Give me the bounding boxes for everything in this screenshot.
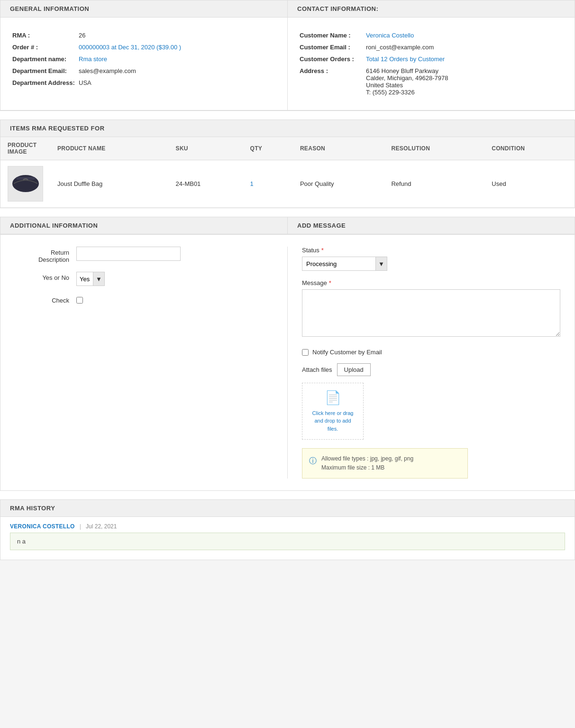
product-thumbnail — [8, 166, 43, 202]
col-reason: REASON — [293, 137, 384, 160]
attach-label: Attach files — [302, 366, 332, 373]
status-field-label: Status * — [302, 247, 560, 254]
customer-orders-value[interactable]: Total 12 Orders by Customer — [366, 55, 445, 63]
contact-info-panel: Customer Name : Veronica Costello Custom… — [287, 18, 575, 110]
customer-email-value: roni_cost@example.com — [366, 44, 434, 51]
message-field-label: Message * — [302, 279, 560, 286]
return-description-input[interactable] — [76, 247, 181, 261]
history-divider: | — [80, 523, 81, 530]
order-link[interactable]: 000000003 at Dec 31, 2020 ($39.00 ) — [79, 44, 181, 51]
file-info-box: ⓘ Allowed file types : jpg, jpeg, gif, p… — [302, 448, 468, 479]
dept-email-label: Department Email: — [12, 67, 79, 74]
add-message-header: ADD MESSAGE — [287, 217, 575, 234]
customer-name-label: Customer Name : — [300, 32, 366, 39]
history-username[interactable]: VERONICA COSTELLO — [10, 523, 75, 530]
product-name: Joust Duffle Bag — [50, 160, 169, 208]
order-value[interactable]: 000000003 at Dec 31, 2020 ($39.00 ) — [79, 44, 181, 51]
col-qty: QTY — [243, 137, 293, 160]
yes-or-no-label: Yes or No — [15, 272, 76, 281]
product-reason: Poor Quality — [293, 160, 384, 208]
col-image: PRODUCT IMAGE — [0, 137, 50, 160]
general-info-panel: RMA : 26 Order # : 000000003 at Dec 31, … — [0, 18, 287, 110]
message-textarea[interactable] — [302, 289, 560, 337]
order-label: Order # : — [12, 44, 79, 51]
add-message-panel: Status * Pending Processing Approved Rej… — [287, 247, 575, 479]
dept-name-label: Department name: — [12, 55, 79, 63]
yes-or-no-select[interactable]: Yes No — [77, 274, 93, 285]
yes-or-no-select-wrapper[interactable]: Yes No ▼ — [76, 272, 105, 286]
dept-address-value: USA — [79, 79, 91, 86]
return-desc-label: ReturnDescription — [15, 247, 76, 263]
table-row: Joust Duffle Bag 24-MB01 1 Poor Quality … — [0, 160, 575, 208]
product-qty[interactable]: 1 — [243, 160, 293, 208]
col-name: PRODUCT NAME — [50, 137, 169, 160]
contact-info-header: CONTACT INFORMATION: — [287, 0, 575, 18]
rma-value: 26 — [79, 32, 85, 39]
status-arrow[interactable]: ▼ — [375, 257, 387, 270]
check-label: Check — [15, 295, 76, 304]
additional-info-header: ADDITIONAL INFORMATION — [0, 217, 287, 234]
history-user-row: VERONICA COSTELLO | Jul 22, 2021 — [0, 517, 575, 533]
product-resolution: Refund — [384, 160, 484, 208]
upload-button[interactable]: Upload — [337, 363, 371, 376]
address-label: Address : — [300, 67, 366, 74]
file-info-text: Allowed file types : jpg, jpeg, gif, png… — [321, 454, 413, 472]
product-image-cell — [0, 160, 50, 208]
status-select-wrapper[interactable]: Pending Processing Approved Rejected Clo… — [302, 257, 387, 271]
customer-email-label: Customer Email : — [300, 44, 366, 51]
notify-checkbox[interactable] — [302, 349, 309, 356]
col-sku: SKU — [169, 137, 243, 160]
message-required: * — [329, 279, 331, 286]
status-select[interactable]: Pending Processing Approved Rejected Clo… — [302, 258, 375, 270]
info-icon: ⓘ — [309, 455, 317, 467]
notify-label: Notify Customer by Email — [312, 349, 382, 356]
dept-name-value[interactable]: Rma store — [79, 55, 107, 63]
history-date: Jul 22, 2021 — [86, 523, 117, 530]
customer-orders-link[interactable]: Total 12 Orders by Customer — [366, 55, 445, 63]
items-header: ITEMS RMA REQUESTED FOR — [0, 120, 575, 137]
additional-info-panel: ReturnDescription Yes or No Yes No ▼ Che… — [0, 247, 287, 479]
general-info-header: GENERAL INFORMATION — [0, 0, 287, 18]
check-checkbox[interactable] — [76, 297, 83, 304]
history-message: n a — [10, 533, 565, 550]
drop-zone-text: Click here or dragand drop to addfiles. — [312, 409, 354, 433]
customer-name-link[interactable]: Veronica Costello — [366, 32, 414, 39]
customer-orders-label: Customer Orders : — [300, 55, 366, 63]
col-condition: CONDITION — [484, 137, 575, 160]
col-resolution: RESOLUTION — [384, 137, 484, 160]
product-sku: 24-MB01 — [169, 160, 243, 208]
file-icon: 📄 — [325, 390, 341, 405]
product-condition: Used — [484, 160, 575, 208]
address-value: 6146 Honey Bluff Parkway Calder, Michiga… — [366, 67, 448, 96]
rma-history-header: RMA HISTORY — [0, 500, 575, 517]
dept-email-value: sales@example.com — [79, 67, 136, 74]
customer-name-value[interactable]: Veronica Costello — [366, 32, 414, 39]
file-drop-zone[interactable]: 📄 Click here or dragand drop to addfiles… — [302, 383, 364, 440]
items-table: PRODUCT IMAGE PRODUCT NAME SKU QTY REASO… — [0, 137, 575, 208]
status-required: * — [321, 247, 324, 254]
items-section: ITEMS RMA REQUESTED FOR PRODUCT IMAGE PR… — [0, 120, 575, 208]
yes-or-no-arrow[interactable]: ▼ — [93, 272, 104, 286]
rma-history-section: RMA HISTORY VERONICA COSTELLO | Jul 22, … — [0, 499, 575, 560]
dept-address-label: Department Address: — [12, 79, 79, 86]
qty-link[interactable]: 1 — [250, 180, 254, 187]
rma-label: RMA : — [12, 32, 79, 39]
